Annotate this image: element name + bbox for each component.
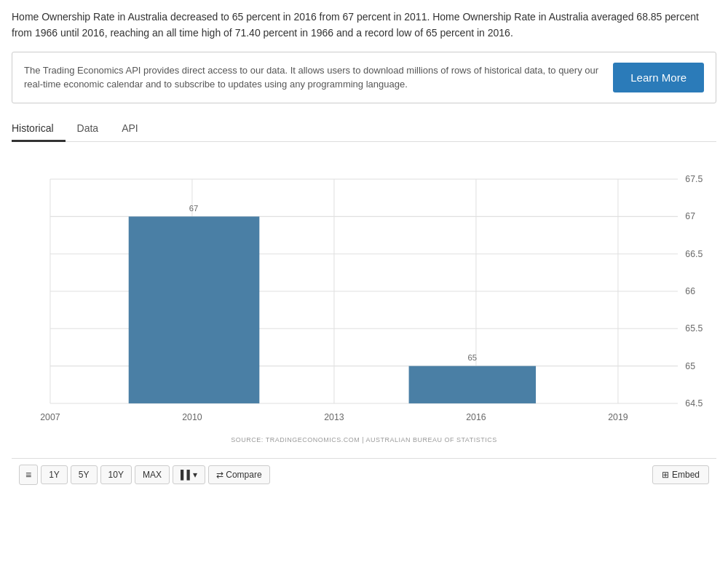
- bar-chart: 67.5 67 66.5 66 65.5 65 64.5 2007 2010 2…: [12, 149, 716, 433]
- x-label-2010: 2010: [182, 411, 202, 422]
- y-label-65: 65: [685, 361, 695, 371]
- max-button[interactable]: MAX: [135, 465, 170, 484]
- y-label-66: 66: [685, 286, 695, 296]
- tab-data[interactable]: Data: [77, 117, 111, 142]
- tab-api[interactable]: API: [122, 117, 150, 142]
- embed-button[interactable]: ⊞ Embed: [652, 465, 709, 484]
- 10y-button[interactable]: 10Y: [100, 465, 132, 484]
- y-label-675: 67.5: [685, 174, 703, 184]
- y-label-665: 66.5: [685, 249, 703, 259]
- chart-svg-container: 67.5 67 66.5 66 65.5 65 64.5 2007 2010 2…: [12, 149, 716, 433]
- bar-2010: [129, 216, 260, 403]
- compare-button[interactable]: ⇄ Compare: [208, 465, 270, 484]
- tab-historical[interactable]: Historical: [12, 117, 66, 142]
- y-label-655: 65.5: [685, 323, 703, 334]
- learn-more-button[interactable]: Learn More: [613, 63, 704, 92]
- api-banner-text: The Trading Economics API provides direc…: [24, 63, 598, 92]
- chart-area: 67.5 67 66.5 66 65.5 65 64.5 2007 2010 2…: [12, 149, 716, 455]
- y-label-67: 67: [685, 211, 695, 221]
- main-container: Home Ownership Rate in Australia decreas…: [0, 0, 728, 500]
- description-text: Home Ownership Rate in Australia decreas…: [12, 9, 716, 42]
- embed-icon: ⊞: [662, 470, 669, 480]
- x-label-2019: 2019: [608, 411, 628, 422]
- tabs-container: Historical Data API: [12, 117, 716, 142]
- 5y-button[interactable]: 5Y: [71, 465, 98, 484]
- api-banner: The Trading Economics API provides direc…: [12, 52, 716, 103]
- bar-2016: [409, 366, 536, 403]
- x-label-2007: 2007: [40, 411, 60, 422]
- x-label-2013: 2013: [324, 411, 344, 422]
- bar-label-2010: 67: [189, 204, 199, 213]
- chart-type-button[interactable]: ▌▌▾: [173, 465, 205, 484]
- embed-label: Embed: [672, 470, 700, 480]
- list-view-button[interactable]: ≡: [19, 465, 38, 485]
- toolbar: ≡ 1Y 5Y 10Y MAX ▌▌▾ ⇄ Compare ⊞ Embed: [12, 458, 716, 491]
- source-text: SOURCE: TRADINGECONOMICS.COM | AUSTRALIA…: [12, 436, 716, 443]
- y-label-645: 64.5: [685, 398, 703, 409]
- 1y-button[interactable]: 1Y: [41, 465, 68, 484]
- x-label-2016: 2016: [466, 411, 486, 422]
- bar-label-2016: 65: [468, 353, 478, 362]
